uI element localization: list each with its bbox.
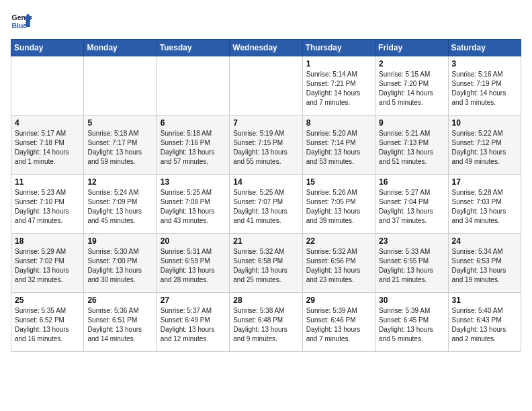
cell-info: Sunrise: 5:31 AM Sunset: 6:59 PM Dayligh… — [161, 247, 226, 285]
cell-info: Sunrise: 5:28 AM Sunset: 7:03 PM Dayligh… — [452, 188, 517, 226]
calendar-cell: 27Sunrise: 5:37 AM Sunset: 6:49 PM Dayli… — [157, 293, 229, 352]
calendar-cell: 20Sunrise: 5:31 AM Sunset: 6:59 PM Dayli… — [157, 234, 229, 293]
calendar-header: SundayMondayTuesdayWednesdayThursdayFrid… — [11, 40, 521, 56]
day-number: 17 — [452, 177, 517, 187]
calendar-cell: 26Sunrise: 5:36 AM Sunset: 6:51 PM Dayli… — [84, 293, 157, 352]
calendar-cell: 23Sunrise: 5:33 AM Sunset: 6:55 PM Dayli… — [375, 234, 448, 293]
calendar-cell: 29Sunrise: 5:39 AM Sunset: 6:46 PM Dayli… — [302, 293, 375, 352]
calendar-cell: 16Sunrise: 5:27 AM Sunset: 7:04 PM Dayli… — [375, 175, 448, 234]
day-number: 25 — [15, 295, 80, 305]
week-row-0: 1Sunrise: 5:14 AM Sunset: 7:21 PM Daylig… — [11, 56, 521, 116]
day-number: 4 — [15, 118, 80, 128]
calendar-cell: 19Sunrise: 5:30 AM Sunset: 7:00 PM Dayli… — [84, 234, 157, 293]
svg-text:Blue: Blue — [12, 22, 28, 30]
day-number: 29 — [306, 295, 371, 305]
cell-info: Sunrise: 5:32 AM Sunset: 6:58 PM Dayligh… — [233, 247, 298, 285]
calendar-cell: 28Sunrise: 5:38 AM Sunset: 6:48 PM Dayli… — [230, 293, 302, 352]
calendar-cell — [157, 56, 229, 116]
day-number: 7 — [233, 118, 298, 128]
day-number: 27 — [161, 295, 226, 305]
cell-info: Sunrise: 5:24 AM Sunset: 7:09 PM Dayligh… — [87, 188, 152, 226]
day-number: 11 — [15, 177, 80, 187]
cell-info: Sunrise: 5:27 AM Sunset: 7:04 PM Dayligh… — [379, 188, 444, 226]
week-row-3: 18Sunrise: 5:29 AM Sunset: 7:02 PM Dayli… — [11, 234, 521, 293]
cell-info: Sunrise: 5:30 AM Sunset: 7:00 PM Dayligh… — [87, 247, 152, 285]
cell-info: Sunrise: 5:14 AM Sunset: 7:21 PM Dayligh… — [306, 70, 371, 107]
calendar-cell: 7Sunrise: 5:19 AM Sunset: 7:15 PM Daylig… — [230, 116, 302, 175]
day-number: 18 — [15, 236, 80, 246]
calendar-cell: 5Sunrise: 5:18 AM Sunset: 7:17 PM Daylig… — [84, 116, 157, 175]
cell-info: Sunrise: 5:22 AM Sunset: 7:12 PM Dayligh… — [452, 129, 517, 167]
day-header-sunday: Sunday — [11, 40, 84, 56]
calendar-table: SundayMondayTuesdayWednesdayThursdayFrid… — [11, 39, 521, 352]
day-number: 19 — [87, 236, 152, 246]
cell-info: Sunrise: 5:25 AM Sunset: 7:07 PM Dayligh… — [233, 188, 298, 226]
calendar-cell: 12Sunrise: 5:24 AM Sunset: 7:09 PM Dayli… — [84, 175, 157, 234]
calendar-cell: 25Sunrise: 5:35 AM Sunset: 6:52 PM Dayli… — [11, 293, 84, 352]
calendar-cell — [84, 56, 157, 116]
cell-info: Sunrise: 5:21 AM Sunset: 7:13 PM Dayligh… — [379, 129, 444, 167]
day-number: 13 — [161, 177, 226, 187]
day-header-tuesday: Tuesday — [157, 40, 229, 56]
calendar-cell: 3Sunrise: 5:16 AM Sunset: 7:19 PM Daylig… — [448, 56, 521, 116]
day-number: 16 — [379, 177, 444, 187]
cell-info: Sunrise: 5:15 AM Sunset: 7:20 PM Dayligh… — [379, 70, 444, 107]
day-header-saturday: Saturday — [448, 40, 521, 56]
cell-info: Sunrise: 5:39 AM Sunset: 6:46 PM Dayligh… — [306, 306, 371, 344]
day-number: 15 — [306, 177, 371, 187]
calendar-cell: 4Sunrise: 5:17 AM Sunset: 7:18 PM Daylig… — [11, 116, 84, 175]
cell-info: Sunrise: 5:19 AM Sunset: 7:15 PM Dayligh… — [233, 129, 298, 167]
day-number: 30 — [379, 295, 444, 305]
calendar-cell: 15Sunrise: 5:26 AM Sunset: 7:05 PM Dayli… — [302, 175, 375, 234]
cell-info: Sunrise: 5:18 AM Sunset: 7:16 PM Dayligh… — [161, 129, 226, 167]
cell-info: Sunrise: 5:29 AM Sunset: 7:02 PM Dayligh… — [15, 247, 80, 285]
calendar-cell: 8Sunrise: 5:20 AM Sunset: 7:14 PM Daylig… — [302, 116, 375, 175]
cell-info: Sunrise: 5:37 AM Sunset: 6:49 PM Dayligh… — [161, 306, 226, 344]
day-number: 3 — [452, 59, 517, 68]
day-number: 12 — [87, 177, 152, 187]
cell-info: Sunrise: 5:20 AM Sunset: 7:14 PM Dayligh… — [306, 129, 371, 167]
calendar-cell — [230, 56, 302, 116]
day-number: 5 — [87, 118, 152, 128]
calendar-cell: 10Sunrise: 5:22 AM Sunset: 7:12 PM Dayli… — [448, 116, 521, 175]
logo-icon: General Blue — [11, 11, 32, 32]
day-number: 22 — [306, 236, 371, 246]
cell-info: Sunrise: 5:23 AM Sunset: 7:10 PM Dayligh… — [15, 188, 80, 226]
cell-info: Sunrise: 5:35 AM Sunset: 6:52 PM Dayligh… — [15, 306, 80, 344]
cell-info: Sunrise: 5:33 AM Sunset: 6:55 PM Dayligh… — [379, 247, 444, 285]
calendar-cell: 6Sunrise: 5:18 AM Sunset: 7:16 PM Daylig… — [157, 116, 229, 175]
day-number: 24 — [452, 236, 517, 246]
day-number: 1 — [306, 59, 371, 68]
day-number: 23 — [379, 236, 444, 246]
calendar-cell — [11, 56, 84, 116]
calendar-cell: 18Sunrise: 5:29 AM Sunset: 7:02 PM Dayli… — [11, 234, 84, 293]
calendar-cell: 31Sunrise: 5:40 AM Sunset: 6:43 PM Dayli… — [448, 293, 521, 352]
day-number: 6 — [161, 118, 226, 128]
week-row-1: 4Sunrise: 5:17 AM Sunset: 7:18 PM Daylig… — [11, 116, 521, 175]
day-number: 28 — [233, 295, 298, 305]
cell-info: Sunrise: 5:36 AM Sunset: 6:51 PM Dayligh… — [87, 306, 152, 344]
calendar-cell: 21Sunrise: 5:32 AM Sunset: 6:58 PM Dayli… — [230, 234, 302, 293]
day-header-wednesday: Wednesday — [230, 40, 302, 56]
cell-info: Sunrise: 5:32 AM Sunset: 6:56 PM Dayligh… — [306, 247, 371, 285]
cell-info: Sunrise: 5:18 AM Sunset: 7:17 PM Dayligh… — [87, 129, 152, 167]
day-number: 21 — [233, 236, 298, 246]
calendar-cell: 17Sunrise: 5:28 AM Sunset: 7:03 PM Dayli… — [448, 175, 521, 234]
day-number: 9 — [379, 118, 444, 128]
cell-info: Sunrise: 5:34 AM Sunset: 6:53 PM Dayligh… — [452, 247, 517, 285]
day-number: 31 — [452, 295, 517, 305]
day-number: 26 — [87, 295, 152, 305]
calendar-cell: 24Sunrise: 5:34 AM Sunset: 6:53 PM Dayli… — [448, 234, 521, 293]
page-header: General Blue — [11, 11, 521, 32]
calendar-cell: 22Sunrise: 5:32 AM Sunset: 6:56 PM Dayli… — [302, 234, 375, 293]
calendar-cell: 1Sunrise: 5:14 AM Sunset: 7:21 PM Daylig… — [302, 56, 375, 116]
calendar-cell: 9Sunrise: 5:21 AM Sunset: 7:13 PM Daylig… — [375, 116, 448, 175]
cell-info: Sunrise: 5:17 AM Sunset: 7:18 PM Dayligh… — [15, 129, 80, 167]
day-header-thursday: Thursday — [302, 40, 375, 56]
day-number: 10 — [452, 118, 517, 128]
day-number: 8 — [306, 118, 371, 128]
day-number: 2 — [379, 59, 444, 68]
week-row-2: 11Sunrise: 5:23 AM Sunset: 7:10 PM Dayli… — [11, 175, 521, 234]
cell-info: Sunrise: 5:38 AM Sunset: 6:48 PM Dayligh… — [233, 306, 298, 344]
cell-info: Sunrise: 5:25 AM Sunset: 7:08 PM Dayligh… — [161, 188, 226, 226]
